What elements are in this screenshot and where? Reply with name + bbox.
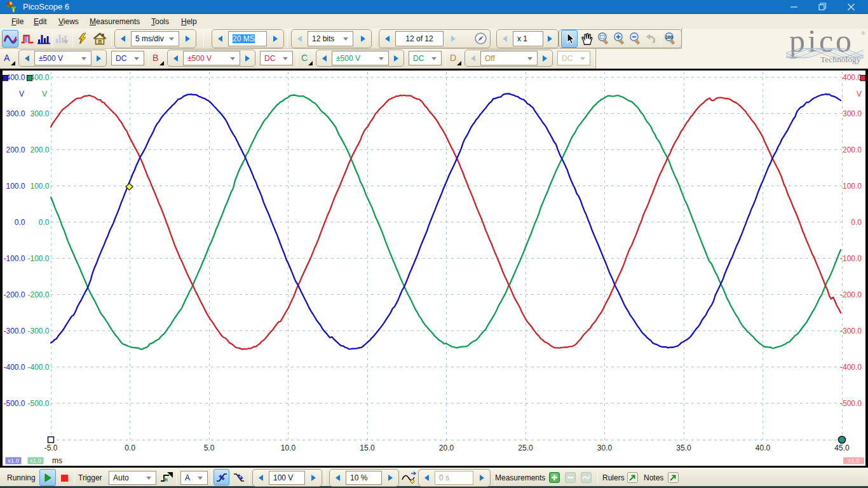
svg-text:100: 100 <box>665 35 673 39</box>
svg-text:0.0: 0.0 <box>125 444 135 452</box>
svg-text:-100.0: -100.0 <box>27 254 49 263</box>
svg-text:-500.0: -500.0 <box>3 399 25 408</box>
svg-text:400.0: 400.0 <box>843 73 862 82</box>
svg-text:400.0: 400.0 <box>6 73 25 82</box>
svg-text:400.0: 400.0 <box>30 73 49 82</box>
svg-text:-500.0: -500.0 <box>840 399 862 408</box>
svg-text:-200.0: -200.0 <box>840 290 862 299</box>
svg-text:300.0: 300.0 <box>30 109 49 118</box>
svg-text:200.0: 200.0 <box>6 146 25 154</box>
svg-text:-300.0: -300.0 <box>840 327 862 336</box>
svg-text:x1.0: x1.0 <box>8 457 19 464</box>
svg-text:-100.0: -100.0 <box>840 254 862 263</box>
svg-text:-300.0: -300.0 <box>3 327 25 336</box>
svg-text:x1.0: x1.0 <box>848 457 860 464</box>
svg-text:V: V <box>19 90 24 98</box>
svg-text:ms: ms <box>52 456 62 465</box>
svg-text:-5.0: -5.0 <box>44 444 58 452</box>
svg-text:-300.0: -300.0 <box>27 327 49 336</box>
svg-text:-200.0: -200.0 <box>3 290 25 299</box>
svg-text:200.0: 200.0 <box>843 146 862 154</box>
svg-text:100.0: 100.0 <box>843 182 862 191</box>
svg-text:0.0: 0.0 <box>851 218 862 227</box>
svg-text:0.0: 0.0 <box>15 218 25 227</box>
svg-text:-400.0: -400.0 <box>27 363 49 372</box>
svg-text:15.0: 15.0 <box>360 444 375 452</box>
svg-text:V: V <box>42 90 47 98</box>
svg-text:x1.0: x1.0 <box>30 457 41 464</box>
svg-text:45.0: 45.0 <box>834 444 850 452</box>
svg-text:30.0: 30.0 <box>597 444 613 452</box>
svg-text:-200.0: -200.0 <box>27 290 49 299</box>
svg-text:-400.0: -400.0 <box>840 363 862 372</box>
svg-text:300.0: 300.0 <box>6 109 25 118</box>
svg-text:300.0: 300.0 <box>843 109 862 118</box>
svg-text:100.0: 100.0 <box>30 182 49 191</box>
svg-text:5.0: 5.0 <box>204 444 215 452</box>
svg-text:-100.0: -100.0 <box>3 254 25 263</box>
svg-text:40.0: 40.0 <box>756 444 771 452</box>
svg-text:100.0: 100.0 <box>6 182 25 191</box>
svg-text:20.0: 20.0 <box>439 444 454 452</box>
svg-text:25.0: 25.0 <box>518 444 533 452</box>
svg-text:-500.0: -500.0 <box>27 399 49 408</box>
svg-text:V: V <box>857 90 862 98</box>
svg-text:-400.0: -400.0 <box>3 363 25 372</box>
svg-text:0.0: 0.0 <box>39 218 50 227</box>
svg-text:10.0: 10.0 <box>281 444 296 452</box>
svg-text:35.0: 35.0 <box>676 444 691 452</box>
svg-text:200.0: 200.0 <box>30 146 49 154</box>
